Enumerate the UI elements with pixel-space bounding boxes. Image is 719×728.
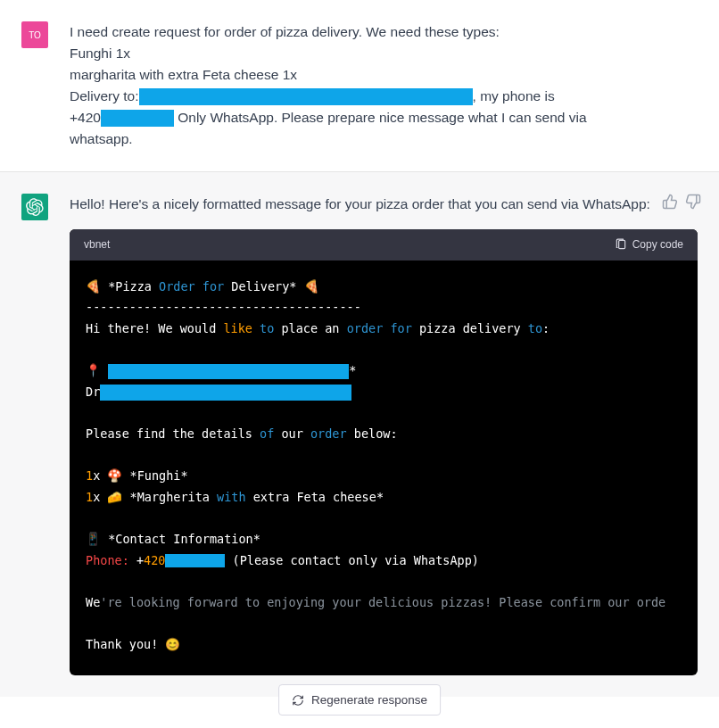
text: +420 [70,110,101,125]
svg-rect-0 [618,241,624,249]
user-avatar: TO [21,21,48,48]
code-block: vbnet Copy code 🍕 *Pizza Order for Deliv… [70,229,698,675]
code-body[interactable]: 🍕 *Pizza Order for Delivery* 🍕 ---------… [70,261,698,675]
text: I need create request for order of pizza… [70,24,500,39]
redacted-address [139,88,473,105]
user-message: TO I need create request for order of pi… [0,0,719,172]
redacted-address [108,364,349,379]
redacted-phone [165,554,225,567]
assistant-intro-text: Hello! Here's a nicely formatted message… [70,196,650,211]
thumbs-up-icon[interactable] [662,194,678,210]
text: Delivery to: [70,88,139,103]
regenerate-wrap: Regenerate response [278,684,441,716]
clipboard-icon [615,238,627,251]
regenerate-button[interactable]: Regenerate response [278,684,441,716]
openai-logo-icon [26,198,44,216]
feedback-buttons [662,194,701,210]
text: Only WhatsApp. Please prepare nice messa… [174,110,587,125]
redacted-address-2 [100,385,351,401]
text: whatsapp. [70,131,133,146]
code-language-label: vbnet [84,236,110,253]
assistant-content: Hello! Here's a nicely formatted message… [70,194,698,675]
assistant-message: Hello! Here's a nicely formatted message… [0,172,719,697]
thumbs-down-icon[interactable] [685,194,701,210]
regenerate-label: Regenerate response [311,693,427,707]
code-header: vbnet Copy code [70,229,698,261]
text: , my phone is [473,88,555,103]
text: margharita with extra Feta cheese 1x [70,67,297,82]
refresh-icon [292,694,304,707]
user-message-text: I need create request for order of pizza… [70,21,698,150]
assistant-avatar [21,194,48,220]
copy-code-button[interactable]: Copy code [615,236,683,253]
redacted-phone [101,110,174,127]
text: Funghi 1x [70,46,130,61]
copy-code-label: Copy code [632,236,683,253]
